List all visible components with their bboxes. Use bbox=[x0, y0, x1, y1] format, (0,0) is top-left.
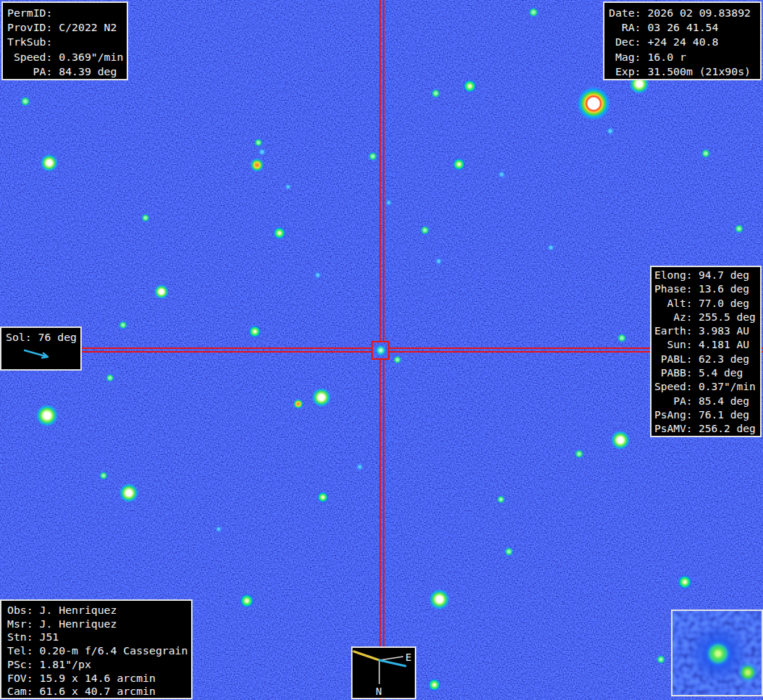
star bbox=[385, 199, 392, 206]
star bbox=[577, 87, 610, 120]
star bbox=[463, 80, 476, 93]
info-row: Dec:+24 24 40.8 bbox=[609, 35, 756, 49]
star bbox=[99, 471, 108, 480]
star bbox=[314, 271, 322, 279]
info-row: Stn:J51 bbox=[7, 631, 185, 644]
star bbox=[657, 655, 666, 665]
star bbox=[429, 589, 450, 610]
compass-icon: E N bbox=[353, 648, 415, 698]
info-row: PA:85.4 deg bbox=[654, 395, 757, 408]
info-row: PermID: bbox=[7, 6, 122, 20]
identification-panel: PermID:ProvID:C/2022 N2TrkSub:Speed:0.36… bbox=[1, 1, 128, 80]
star bbox=[119, 484, 138, 502]
target-zoom-inset bbox=[671, 610, 763, 696]
info-row: Speed:0.37"/min bbox=[654, 380, 757, 394]
star bbox=[154, 284, 169, 299]
star bbox=[274, 227, 286, 240]
star bbox=[505, 547, 514, 557]
star bbox=[617, 334, 627, 343]
star bbox=[497, 495, 505, 504]
info-row: Date:2026 02 09.83892 bbox=[609, 6, 756, 20]
star bbox=[498, 171, 506, 179]
info-row: PA:84.39 deg bbox=[7, 64, 122, 79]
info-row: PABB:5.4 deg bbox=[654, 366, 757, 380]
star bbox=[250, 159, 264, 172]
info-row: Speed:0.369"/min bbox=[7, 50, 122, 64]
star bbox=[575, 450, 584, 459]
sun-direction-panel: Sol:76 deg bbox=[0, 326, 82, 371]
star bbox=[240, 594, 254, 608]
site-info-panel: Obs:J. HenriquezMsr:J. HenriquezStn:J51T… bbox=[0, 599, 193, 699]
ephemeris-panel: Elong:94.7 degPhase:13.6 degAlt:77.0 deg… bbox=[650, 266, 762, 437]
star bbox=[738, 662, 758, 683]
info-row: Cam:61.6 x 40.7 arcmin bbox=[7, 685, 185, 699]
star bbox=[119, 321, 127, 329]
star bbox=[141, 214, 150, 222]
info-row: Mag:16.0 r bbox=[609, 50, 756, 64]
star bbox=[258, 148, 266, 156]
info-row: PsAng:76.1 deg bbox=[654, 408, 757, 422]
info-row: RA:03 26 41.54 bbox=[609, 20, 756, 35]
inset-objects bbox=[673, 611, 762, 695]
info-row: Phase:13.6 deg bbox=[654, 282, 757, 296]
star bbox=[678, 575, 692, 589]
star bbox=[735, 224, 744, 234]
star bbox=[293, 399, 303, 409]
star bbox=[431, 89, 441, 98]
star bbox=[421, 226, 430, 235]
info-row: Obs:J. Henriquez bbox=[7, 604, 185, 617]
star bbox=[701, 149, 711, 159]
star bbox=[249, 326, 261, 338]
star bbox=[611, 431, 630, 450]
info-row: PSc:1.81"/px bbox=[7, 658, 185, 672]
info-row: Sun:4.181 AU bbox=[654, 338, 757, 352]
compass-east-label: E bbox=[405, 651, 411, 663]
info-row: PsAMV:256.2 deg bbox=[654, 422, 757, 436]
info-row: Earth:3.983 AU bbox=[654, 324, 757, 338]
star bbox=[453, 159, 465, 171]
observation-panel: Date:2026 02 09.83892RA:03 26 41.54Dec:+… bbox=[603, 1, 762, 80]
sun-direction-arrow-icon bbox=[6, 345, 79, 366]
info-row: Sol:76 deg bbox=[6, 330, 76, 345]
star bbox=[318, 492, 329, 503]
star bbox=[528, 7, 539, 17]
info-row: Elong:94.7 deg bbox=[654, 269, 757, 282]
compass-panel: E N bbox=[351, 646, 416, 699]
star bbox=[312, 388, 331, 407]
star bbox=[705, 641, 731, 667]
star bbox=[429, 679, 441, 691]
info-row: TrkSub: bbox=[7, 35, 122, 49]
star bbox=[106, 374, 114, 382]
star bbox=[393, 355, 402, 364]
star bbox=[547, 244, 555, 252]
info-row: Alt:77.0 deg bbox=[654, 297, 757, 311]
info-row: Tel:0.20-m f/6.4 Cassegrain bbox=[7, 644, 185, 658]
star bbox=[215, 526, 222, 533]
info-row: PABL:62.3 deg bbox=[654, 353, 757, 366]
star bbox=[435, 258, 443, 266]
compass-north-label: N bbox=[376, 686, 382, 697]
info-row: ProvID:C/2022 N2 bbox=[7, 20, 122, 35]
star bbox=[284, 183, 292, 190]
info-row: Az:255.5 deg bbox=[654, 311, 757, 324]
star bbox=[606, 127, 615, 135]
star bbox=[356, 463, 364, 471]
info-row: Msr:J. Henriquez bbox=[7, 617, 185, 631]
image-field-canvas[interactable]: PermID:ProvID:C/2022 N2TrkSub:Speed:0.36… bbox=[0, 0, 763, 700]
star bbox=[20, 96, 30, 106]
info-row: FOV:15.9 x 14.6 arcmin bbox=[7, 672, 185, 686]
star bbox=[41, 154, 58, 172]
target-marker-box bbox=[371, 341, 389, 360]
info-row: Exp:31.500m (21x90s) bbox=[609, 64, 756, 79]
star bbox=[368, 152, 378, 161]
star bbox=[36, 405, 58, 426]
crosshair-line-top bbox=[379, 0, 384, 341]
star bbox=[254, 138, 263, 147]
